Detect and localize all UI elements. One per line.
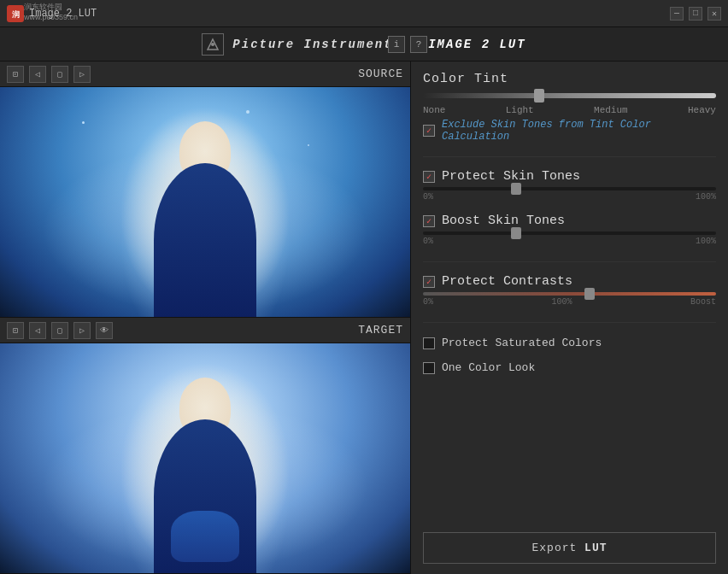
target-toolbar: ⊡ ◁ ▢ ▷ 👁 TARGET — [0, 318, 410, 343]
color-tint-title: Color Tint — [423, 72, 716, 86]
one-color-section: One Color Look — [423, 360, 716, 376]
protect-skin-checkbox[interactable] — [423, 171, 435, 183]
export-prefix: Export — [531, 542, 584, 554]
protect-skin-labels: 0% 100% — [423, 192, 716, 202]
protect-skin-max: 100% — [696, 192, 716, 202]
boost-skin-checkbox[interactable] — [423, 215, 435, 227]
help-btn[interactable]: ? — [410, 36, 427, 53]
boost-skin-labels: 0% 100% — [423, 237, 716, 246]
source-label: SOURCE — [358, 67, 403, 80]
boost-skin-slider-track — [423, 231, 716, 235]
tint-labels: None Light Medium Heavy — [423, 105, 716, 115]
target-image — [0, 343, 410, 573]
header-logo-icon — [202, 33, 224, 56]
tint-label-none: None — [423, 105, 445, 115]
protect-contrasts-min: 0% — [423, 297, 433, 307]
source-toolbar: ⊡ ◁ ▢ ▷ SOURCE — [0, 62, 410, 87]
dress-accent — [171, 511, 239, 562]
protect-contrasts-slider-container: 0% 100% Boost — [423, 292, 716, 307]
maximize-btn[interactable]: □ — [689, 7, 702, 20]
spacer — [423, 384, 716, 524]
protect-saturated-checkbox[interactable] — [423, 337, 435, 349]
window-controls[interactable]: — □ ✕ — [670, 7, 721, 20]
source-section: ⊡ ◁ ▢ ▷ SOURCE — [0, 62, 410, 318]
export-suffix: LUT — [584, 542, 607, 554]
source-next-btn[interactable]: ▷ — [73, 66, 91, 83]
sparkle — [82, 121, 85, 124]
target-image-frame — [0, 343, 410, 573]
boost-skin-section: Boost Skin Tones 0% 100% — [423, 214, 716, 249]
right-panel: Color Tint None Light Medium Heavy Exclu… — [410, 62, 728, 574]
target-save-btn[interactable]: ⊡ — [7, 322, 24, 339]
source-folder-btn[interactable]: ▢ — [51, 66, 68, 83]
divider-2 — [423, 261, 716, 262]
one-color-row: One Color Look — [423, 361, 716, 374]
source-image-frame — [0, 87, 410, 317]
protect-contrasts-label: Protect Contrasts — [442, 274, 572, 289]
one-color-checkbox[interactable] — [423, 362, 435, 374]
boost-skin-slider-container: 0% 100% — [423, 231, 716, 246]
protect-contrasts-checkbox[interactable] — [423, 276, 435, 288]
boost-skin-label: Boost Skin Tones — [442, 214, 565, 228]
protect-skin-section: Protect Skin Tones 0% 100% — [423, 169, 716, 205]
header-title: Picture Instruments – IMAGE 2 LUT — [232, 38, 525, 51]
target-section: ⊡ ◁ ▢ ▷ 👁 TARGET — [0, 318, 410, 574]
tint-label-light: Light — [506, 105, 534, 115]
divider-3 — [423, 322, 716, 323]
main-layout: ⊡ ◁ ▢ ▷ SOURCE — [0, 62, 728, 574]
protect-saturated-section: Protect Saturated Colors — [423, 335, 716, 351]
protect-contrasts-slider-track — [423, 292, 716, 296]
boost-skin-min: 0% — [423, 237, 433, 246]
target-folder-btn[interactable]: ▢ — [51, 322, 68, 339]
color-tint-section: Color Tint None Light Medium Heavy Exclu… — [423, 72, 716, 144]
protect-saturated-row: Protect Saturated Colors — [423, 337, 716, 349]
protect-skin-row: Protect Skin Tones — [423, 169, 716, 184]
char-body — [154, 163, 256, 317]
svg-text:润: 润 — [12, 9, 20, 20]
color-tint-slider[interactable] — [423, 93, 716, 98]
export-lut-button[interactable]: Export LUT — [423, 532, 716, 564]
boost-skin-max: 100% — [696, 237, 716, 246]
protect-skin-min: 0% — [423, 192, 433, 202]
target-next-btn[interactable]: ▷ — [73, 322, 91, 339]
sparkle — [246, 110, 250, 114]
protect-contrasts-row: Protect Contrasts — [423, 274, 716, 289]
target-prev-btn[interactable]: ◁ — [29, 322, 46, 339]
left-panel: ⊡ ◁ ▢ ▷ SOURCE — [0, 62, 410, 574]
protect-skin-slider-track — [423, 187, 716, 190]
protect-contrasts-labels: 0% 100% Boost — [423, 297, 716, 307]
target-label: TARGET — [358, 324, 403, 337]
boost-skin-thumb[interactable] — [511, 227, 521, 239]
protect-contrasts-max: Boost — [690, 297, 716, 307]
watermark: 润东软件园www.pc0359.cn — [24, 2, 78, 21]
source-image — [0, 87, 410, 317]
protect-skin-slider-container: 0% 100% — [423, 187, 716, 202]
exclude-skin-checkbox[interactable] — [423, 125, 435, 137]
color-tint-thumb[interactable] — [534, 89, 544, 102]
info-btn[interactable]: i — [388, 36, 405, 53]
boost-skin-row: Boost Skin Tones — [423, 214, 716, 228]
divider-1 — [423, 156, 716, 157]
source-save-btn[interactable]: ⊡ — [7, 66, 24, 83]
exclude-skin-label: Exclude Skin Tones from Tint Color Calcu… — [442, 119, 716, 143]
protect-contrasts-thumb[interactable] — [584, 288, 595, 300]
protect-contrasts-section: Protect Contrasts 0% 100% Boost — [423, 274, 716, 310]
protect-skin-thumb[interactable] — [511, 183, 521, 195]
app-icon: 润 — [7, 5, 24, 22]
close-btn[interactable]: ✕ — [707, 7, 721, 20]
target-eye-btn[interactable]: 👁 — [96, 322, 113, 339]
source-prev-btn[interactable]: ◁ — [29, 66, 46, 83]
header-bar: Picture Instruments – IMAGE 2 LUT i ? — [0, 27, 728, 62]
protect-saturated-label: Protect Saturated Colors — [442, 337, 602, 349]
svg-point-3 — [211, 43, 214, 46]
protect-skin-label: Protect Skin Tones — [442, 169, 580, 184]
tint-label-medium: Medium — [594, 105, 628, 115]
title-bar: 润 Image 2 LUT 润东软件园www.pc0359.cn — □ ✕ — [0, 0, 728, 27]
tint-label-heavy: Heavy — [688, 105, 716, 115]
exclude-skin-row: Exclude Skin Tones from Tint Color Calcu… — [423, 119, 716, 143]
protect-contrasts-mid: 100% — [551, 297, 572, 307]
one-color-label: One Color Look — [442, 361, 535, 374]
minimize-btn[interactable]: — — [670, 7, 684, 20]
